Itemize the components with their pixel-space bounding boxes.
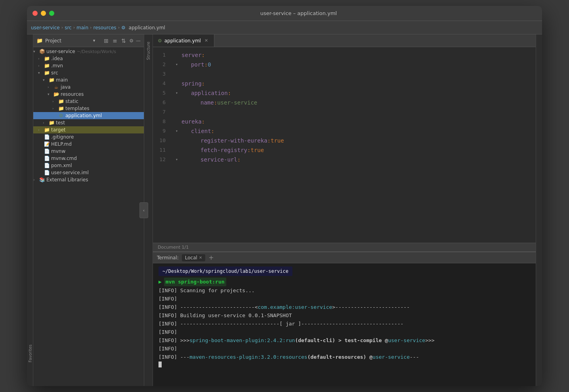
tree-item-templates[interactable]: › 📁 templates [33,105,144,112]
tree-item-pomxml[interactable]: › 📄 pom.xml [33,162,144,169]
breadcrumb-resources[interactable]: resources [93,25,116,30]
fold-icon-5[interactable]: ▾ [174,90,180,96]
editor-area: ⚙ application.yml ✕ 1 2 3 4 5 6 7 8 9 10 [153,34,536,386]
gear-icon[interactable]: ⚙ [129,38,134,44]
tree-item-user-service[interactable]: ▾ 📦 user-service ~/Desktop/Work/s [33,48,144,55]
terminal-content[interactable]: ~/Desktop/Work/springcloud/lab1/user-ser… [153,263,536,386]
terminal-tab-local[interactable]: Local ✕ [182,254,206,261]
expand-arrow-java: › [48,85,53,89]
close-button[interactable] [32,11,38,16]
tree-label-mvnw: mvnw [51,148,65,154]
no-arrow-6: › [38,171,44,175]
terminal-tab-bar: Terminal: Local ✕ + [153,252,536,263]
tree-item-gitignore[interactable]: › 📄 .gitignore [33,133,144,141]
editor-status-bar: Document 1/1 [153,243,536,251]
breadcrumb-src[interactable]: src [65,25,72,30]
xml-file-icon: 📄 [44,163,50,168]
structure-label[interactable]: Structure [145,38,152,63]
test-folder-icon: 📁 [48,120,55,126]
code-line-10: register-with-eureka: true [174,136,536,145]
terminal-tab-label: Local [185,255,197,261]
yaml-key-fetch: fetch-registry [200,145,247,155]
dropdown-arrow[interactable]: ▾ [93,38,95,43]
info-cyan-9: maven-resources-plugin:3.2.0:resources [189,353,307,361]
tree-item-src[interactable]: ▾ 📁 src [33,69,144,76]
tree-item-mvnw[interactable]: › 📄 mvnw [33,148,144,155]
tree-item-mvn[interactable]: › 📁 .mvn [33,62,144,69]
tree-item-main[interactable]: ▾ 📁 main [33,76,144,84]
tree-item-static[interactable]: › 📁 static [33,98,144,105]
tree-item-java[interactable]: › ☕ java [33,84,144,91]
terminal-info-2: [INFO] [158,295,530,303]
tree-item-resources[interactable]: ▾ 📂 resources [33,91,144,98]
breadcrumb-sep-1: › [61,25,63,30]
target-folder-icon: 📁 [44,127,50,133]
file-no-arrow: › [52,114,58,118]
yaml-key-name: name [200,98,214,107]
no-arrow: › [38,135,44,139]
breadcrumb-sep-2: › [73,25,75,30]
file-tree: ▾ 📦 user-service ~/Desktop/Work/s › 📁 .i… [33,47,144,386]
close-panel-icon[interactable]: — [136,38,141,44]
code-line-8: eureka: [174,117,536,126]
colon-8: : [202,117,205,126]
project-label: Project [45,38,91,44]
tab-close-button[interactable]: ✕ [203,38,209,44]
tree-label-main: main [56,77,68,83]
yaml-file-icon: ⚙ [58,113,64,118]
tree-label-java: java [61,84,71,90]
info-text-5: [INFO] --------------------------------[… [158,320,403,328]
tree-label-pomxml: pom.xml [51,163,72,168]
tree-label-resources: resources [61,91,84,97]
ext-libs-icon: 📚 [39,177,45,183]
tab-application-yml[interactable]: ⚙ application.yml ✕ [153,34,214,47]
colon-11: : [247,145,250,155]
minimize-button[interactable] [41,11,46,16]
terminal-cursor [158,362,162,367]
yaml-key-eureka: eureka [181,117,202,126]
tab-label: application.yml [164,38,201,44]
tree-item-iml[interactable]: › 📄 user-service.iml [33,169,144,176]
tree-label-static: static [65,99,78,104]
layout-icon[interactable]: ⊞ [103,38,109,44]
expand-arrow-idea: › [38,57,44,61]
info-link-9: user-service [372,353,410,361]
tree-label-gitignore: .gitignore [51,134,74,140]
code-editor[interactable]: 1 2 3 4 5 6 7 8 9 10 11 12 [153,47,536,243]
fold-icon-12[interactable]: ▾ [174,156,180,163]
tree-label-test: test [56,120,65,126]
content-wrapper: Favorites 📁 Project ▾ ⊞ ≡ ⇅ ⚙ — ▾ [27,34,542,386]
breadcrumb-sep-3: › [90,25,92,30]
tree-item-helpmd[interactable]: › 📝 HELP.md [33,141,144,148]
info-mid-9: (default-resources) @ [307,353,372,361]
fold-icon-9[interactable]: ▾ [174,128,180,134]
tree-item-ext-libs[interactable]: › 📚 External Libraries [33,176,144,183]
terminal-arrow: ▶ [158,278,162,286]
terminal-tab-close[interactable]: ✕ [199,255,202,260]
tree-item-mvnwcmd[interactable]: › 📄 mvnw.cmd [33,155,144,162]
favorites-label[interactable]: Favorites [28,344,32,362]
git-file-icon: 📄 [44,134,50,140]
breadcrumb-user-service[interactable]: user-service [31,25,60,30]
tree-item-application-yml[interactable]: › ⚙ application.yml [33,112,144,119]
terminal-label: Terminal: [157,255,179,261]
tree-label-user-service: user-service [46,49,75,54]
info-text-4: [INFO] Building user-service 0.0.1-SNAPS… [158,312,292,320]
tree-item-test[interactable]: › 📁 test [33,119,144,126]
collapse-panel-button[interactable]: ‹ [139,202,148,218]
terminal-add-button[interactable]: + [208,254,214,261]
info-suf-7: >>> [425,337,434,344]
indent-icon[interactable]: ≡ [112,38,118,44]
root-folder-icon: 📦 [39,49,45,54]
colon-2: : [204,60,208,69]
maximize-button[interactable] [49,11,54,16]
tree-label-iml: user-service.iml [51,170,89,175]
tree-item-target[interactable]: › 📁 target [33,126,144,133]
breadcrumb-main[interactable]: main [76,25,88,30]
info-link-3: com.example:user-service [258,303,332,311]
fold-icon-2[interactable]: ▾ [174,61,180,68]
right-sidebar [536,34,542,386]
sort-icon[interactable]: ⇅ [120,38,127,44]
tree-item-idea[interactable]: › 📁 .idea [33,55,144,62]
folder-icon: 📁 [36,38,43,44]
